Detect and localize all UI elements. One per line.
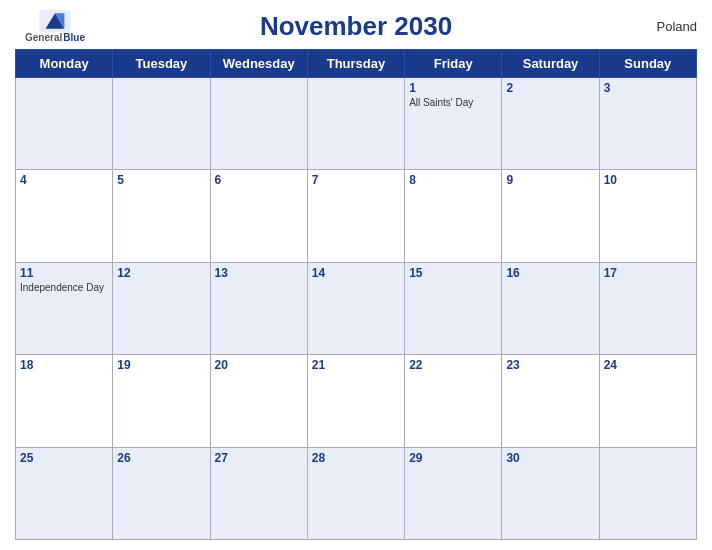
- day-number: 15: [409, 266, 497, 280]
- calendar-day-cell: 12: [113, 262, 210, 354]
- day-number: 9: [506, 173, 594, 187]
- calendar-day-cell: 23: [502, 355, 599, 447]
- day-number: 2: [506, 81, 594, 95]
- day-number: 19: [117, 358, 205, 372]
- calendar-day-cell: 28: [307, 447, 404, 539]
- day-number: 24: [604, 358, 692, 372]
- day-number: 26: [117, 451, 205, 465]
- weekday-header-friday: Friday: [405, 50, 502, 78]
- day-number: 23: [506, 358, 594, 372]
- calendar-day-cell: [113, 78, 210, 170]
- calendar-day-cell: 30: [502, 447, 599, 539]
- day-number: 30: [506, 451, 594, 465]
- calendar-day-cell: 7: [307, 170, 404, 262]
- calendar-day-cell: 11Independence Day: [16, 262, 113, 354]
- event-label: All Saints' Day: [409, 97, 497, 108]
- calendar-day-cell: 14: [307, 262, 404, 354]
- day-number: 12: [117, 266, 205, 280]
- day-number: 17: [604, 266, 692, 280]
- calendar-day-cell: 1All Saints' Day: [405, 78, 502, 170]
- calendar-day-cell: 16: [502, 262, 599, 354]
- day-number: 18: [20, 358, 108, 372]
- calendar-day-cell: 6: [210, 170, 307, 262]
- calendar-day-cell: 22: [405, 355, 502, 447]
- day-number: 14: [312, 266, 400, 280]
- day-number: 16: [506, 266, 594, 280]
- day-number: 25: [20, 451, 108, 465]
- calendar-week-row: 18192021222324: [16, 355, 697, 447]
- weekday-header-saturday: Saturday: [502, 50, 599, 78]
- calendar-day-cell: 4: [16, 170, 113, 262]
- day-number: 22: [409, 358, 497, 372]
- weekday-header-wednesday: Wednesday: [210, 50, 307, 78]
- calendar-header: General Blue November 2030 Poland: [15, 10, 697, 43]
- calendar-day-cell: 27: [210, 447, 307, 539]
- calendar-day-cell: 15: [405, 262, 502, 354]
- day-number: 4: [20, 173, 108, 187]
- weekday-header-monday: Monday: [16, 50, 113, 78]
- calendar-day-cell: 21: [307, 355, 404, 447]
- logo-blue: Blue: [63, 32, 85, 43]
- calendar-day-cell: 24: [599, 355, 696, 447]
- calendar-day-cell: [210, 78, 307, 170]
- calendar-day-cell: 20: [210, 355, 307, 447]
- weekday-header-sunday: Sunday: [599, 50, 696, 78]
- day-number: 6: [215, 173, 303, 187]
- calendar-week-row: 45678910: [16, 170, 697, 262]
- calendar-day-cell: [307, 78, 404, 170]
- event-label: Independence Day: [20, 282, 108, 293]
- calendar-day-cell: 19: [113, 355, 210, 447]
- day-number: 1: [409, 81, 497, 95]
- calendar-day-cell: [599, 447, 696, 539]
- day-number: 13: [215, 266, 303, 280]
- logo: General Blue: [15, 10, 95, 43]
- country-label: Poland: [617, 19, 697, 34]
- calendar-table: MondayTuesdayWednesdayThursdayFridaySatu…: [15, 49, 697, 540]
- calendar-week-row: 252627282930: [16, 447, 697, 539]
- calendar-day-cell: 9: [502, 170, 599, 262]
- calendar-week-row: 1All Saints' Day23: [16, 78, 697, 170]
- day-number: 29: [409, 451, 497, 465]
- calendar-day-cell: 26: [113, 447, 210, 539]
- calendar-day-cell: 8: [405, 170, 502, 262]
- weekday-header-thursday: Thursday: [307, 50, 404, 78]
- day-number: 8: [409, 173, 497, 187]
- calendar-day-cell: 2: [502, 78, 599, 170]
- day-number: 10: [604, 173, 692, 187]
- day-number: 21: [312, 358, 400, 372]
- calendar-day-cell: 5: [113, 170, 210, 262]
- day-number: 27: [215, 451, 303, 465]
- calendar-day-cell: 17: [599, 262, 696, 354]
- calendar-day-cell: 3: [599, 78, 696, 170]
- calendar-day-cell: 25: [16, 447, 113, 539]
- weekday-header-tuesday: Tuesday: [113, 50, 210, 78]
- day-number: 7: [312, 173, 400, 187]
- day-number: 5: [117, 173, 205, 187]
- day-number: 3: [604, 81, 692, 95]
- calendar-day-cell: 18: [16, 355, 113, 447]
- logo-general: General: [25, 32, 62, 43]
- day-number: 20: [215, 358, 303, 372]
- calendar-day-cell: 10: [599, 170, 696, 262]
- calendar-day-cell: 13: [210, 262, 307, 354]
- calendar-day-cell: [16, 78, 113, 170]
- calendar-day-cell: 29: [405, 447, 502, 539]
- weekday-header-row: MondayTuesdayWednesdayThursdayFridaySatu…: [16, 50, 697, 78]
- calendar-week-row: 11Independence Day121314151617: [16, 262, 697, 354]
- calendar-title: November 2030: [95, 11, 617, 42]
- day-number: 11: [20, 266, 108, 280]
- day-number: 28: [312, 451, 400, 465]
